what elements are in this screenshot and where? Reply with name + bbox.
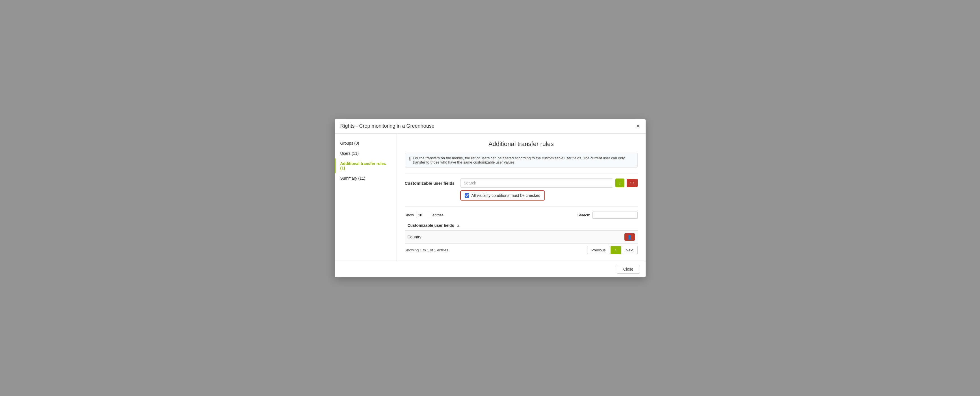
table-column-action: [621, 221, 638, 230]
modal-title: Rights - Crop monitoring in a Greenhouse: [340, 123, 434, 129]
sidebar-item-groups[interactable]: Groups (0): [335, 138, 396, 148]
previous-button[interactable]: Previous: [587, 246, 610, 254]
pagination: Previous 1 Next: [587, 246, 638, 254]
user-remove-icon: 👤: [627, 235, 632, 239]
entries-label: entries: [433, 213, 444, 217]
close-modal-button[interactable]: ×: [636, 123, 640, 129]
fields-section: Customizable user fields ↓ ↑ ↑: [405, 179, 638, 201]
sort-icon: ▲: [456, 223, 460, 228]
sidebar-item-additional-transfer-rules[interactable]: Additional transfer rules (1): [335, 158, 396, 173]
next-button[interactable]: Next: [622, 246, 638, 254]
modal-footer: Close: [335, 261, 646, 277]
data-table: Customizable user fields ▲ Country: [405, 221, 638, 244]
search-row: ↓ ↑ ↑: [460, 179, 638, 188]
info-icon: ℹ: [409, 156, 411, 162]
show-label: Show: [405, 213, 414, 217]
modal-overlay: Rights - Crop monitoring in a Greenhouse…: [0, 0, 980, 396]
arrow-up2-icon: ↑: [632, 181, 634, 185]
visibility-conditions-checkbox[interactable]: [465, 193, 469, 198]
table-controls: Show entries Search:: [405, 212, 638, 219]
arrow-down-button[interactable]: ↓: [616, 179, 624, 187]
entries-input[interactable]: [416, 212, 430, 219]
sidebar-item-users[interactable]: Users (11): [335, 148, 396, 158]
sidebar: Groups (0) Users (11) Additional transfe…: [335, 134, 397, 261]
modal-header: Rights - Crop monitoring in a Greenhouse…: [335, 119, 646, 134]
fields-controls: ↓ ↑ ↑ All visibility conditions must be …: [460, 179, 638, 201]
arrow-down-icon: ↓: [619, 181, 621, 185]
arrow-up-icon: ↑: [630, 181, 632, 185]
close-button[interactable]: Close: [617, 265, 640, 274]
table-search: Search:: [578, 212, 638, 219]
page-1-button[interactable]: 1: [611, 246, 621, 254]
remove-user-button[interactable]: 👤: [624, 233, 635, 241]
table-search-label: Search:: [578, 213, 590, 217]
table-search-input[interactable]: [592, 212, 638, 219]
sidebar-item-summary[interactable]: Summary (11): [335, 173, 396, 183]
fields-section-label: Customizable user fields: [405, 179, 456, 185]
main-content: Additional transfer rules ℹ For the tran…: [397, 134, 646, 261]
table-row: Country 👤: [405, 230, 638, 244]
page-title: Additional transfer rules: [405, 140, 638, 148]
search-input[interactable]: [460, 179, 613, 188]
modal: Rights - Crop monitoring in a Greenhouse…: [335, 119, 646, 277]
modal-body: Groups (0) Users (11) Additional transfe…: [335, 134, 646, 261]
table-footer: Showing 1 to 1 of 1 entries Previous 1 N…: [405, 246, 638, 254]
info-box: ℹ For the transfers on the mobile, the l…: [405, 153, 638, 168]
show-entries: Show entries: [405, 212, 444, 219]
table-cell-field: Country: [405, 230, 621, 244]
arrow-updown-button[interactable]: ↑ ↑: [627, 179, 638, 187]
showing-text: Showing 1 to 1 of 1 entries: [405, 248, 448, 252]
table-column-fields[interactable]: Customizable user fields ▲: [405, 221, 621, 230]
visibility-conditions-label: All visibility conditions must be checke…: [471, 193, 541, 198]
table-cell-action: 👤: [621, 230, 638, 244]
visibility-conditions-row: All visibility conditions must be checke…: [460, 190, 545, 201]
info-text: For the transfers on the mobile, the lis…: [413, 156, 633, 165]
table-header-row: Customizable user fields ▲: [405, 221, 638, 230]
